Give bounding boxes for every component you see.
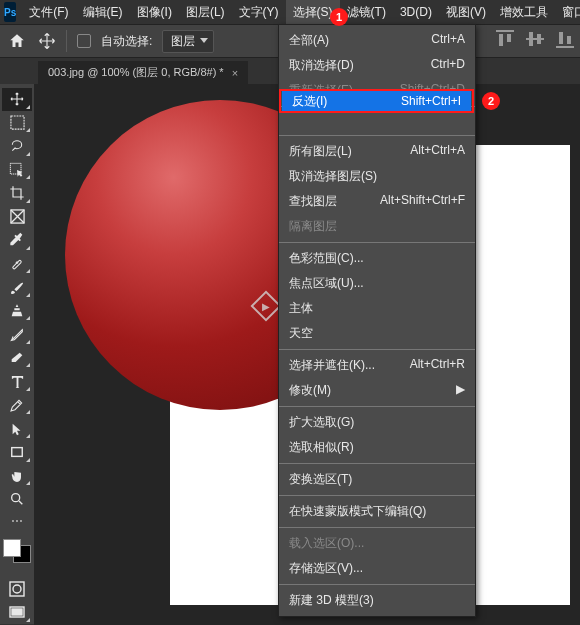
align-top-icon[interactable] <box>496 30 514 48</box>
path-select-tool[interactable] <box>2 417 32 440</box>
menu-item[interactable]: 天空 <box>279 321 475 346</box>
menu-image[interactable]: 图像(I) <box>130 0 179 25</box>
menu-item[interactable]: 存储选区(V)... <box>279 556 475 581</box>
menu-item-inverse-highlight[interactable]: 反选(I) Shift+Ctrl+I <box>282 91 471 111</box>
menu-item[interactable]: 在快速蒙版模式下编辑(Q) <box>279 499 475 524</box>
menu-file[interactable]: 文件(F) <box>22 0 75 25</box>
zoom-tool[interactable] <box>2 488 32 511</box>
menu-separator <box>279 463 475 464</box>
menu-separator <box>279 527 475 528</box>
menu-item-label: 取消选择(D) <box>289 57 354 74</box>
rectangle-tool[interactable] <box>2 441 32 464</box>
color-swatches[interactable] <box>3 539 31 563</box>
menu-edit[interactable]: 编辑(E) <box>76 0 130 25</box>
lasso-tool[interactable] <box>2 135 32 158</box>
menu-item-label: 载入选区(O)... <box>289 535 364 552</box>
menu-separator <box>279 406 475 407</box>
svg-rect-0 <box>496 30 514 32</box>
move-tool[interactable] <box>2 88 32 111</box>
menu-item[interactable]: 扩大选取(G) <box>279 410 475 435</box>
document-tab[interactable]: 003.jpg @ 100% (图层 0, RGB/8#) * × <box>38 61 248 84</box>
menu-item[interactable]: 选取相似(R) <box>279 435 475 460</box>
annotation-badge-1: 1 <box>330 8 348 26</box>
home-icon[interactable] <box>6 30 28 52</box>
svg-rect-7 <box>559 32 563 44</box>
menu-item-shortcut: Ctrl+D <box>431 57 465 74</box>
menu-item-label: 查找图层 <box>289 193 337 210</box>
menu-item-label: 焦点区域(U)... <box>289 275 364 292</box>
menu-3d[interactable]: 3D(D) <box>393 1 439 23</box>
clone-stamp-tool[interactable] <box>2 300 32 323</box>
layer-select[interactable]: 图层 <box>162 30 214 53</box>
menu-item: 载入选区(O)... <box>279 531 475 556</box>
menu-item[interactable]: 修改(M)▶ <box>279 378 475 403</box>
watermark-icon <box>250 290 281 321</box>
svg-point-16 <box>13 585 21 593</box>
divider <box>66 30 67 52</box>
menu-item-inverse-shortcut: Shift+Ctrl+I <box>401 94 461 108</box>
eraser-tool[interactable] <box>2 347 32 370</box>
pen-tool[interactable] <box>2 394 32 417</box>
menu-item-label: 所有图层(L) <box>289 143 352 160</box>
menu-item-label: 选取相似(R) <box>289 439 354 456</box>
menu-view[interactable]: 视图(V) <box>439 0 493 25</box>
hand-tool[interactable] <box>2 465 32 488</box>
history-brush-tool[interactable] <box>2 323 32 346</box>
svg-rect-8 <box>567 36 571 44</box>
menu-item-shortcut: Alt+Ctrl+A <box>410 143 465 160</box>
menu-item-label: 天空 <box>289 325 313 342</box>
edit-toolbar-icon[interactable]: ⋯ <box>11 514 23 528</box>
menu-item-label: 修改(M) <box>289 382 331 399</box>
menu-item-label: 存储选区(V)... <box>289 560 363 577</box>
menu-item-shortcut: ▶ <box>456 382 465 399</box>
align-icons-group <box>496 30 574 48</box>
menu-item-label: 选择并遮住(K)... <box>289 357 375 374</box>
menu-plugins[interactable]: 增效工具 <box>493 0 555 25</box>
foreground-color-swatch[interactable] <box>3 539 21 557</box>
tab-close-icon[interactable]: × <box>232 67 238 79</box>
menu-separator <box>279 584 475 585</box>
healing-brush-tool[interactable] <box>2 253 32 276</box>
quick-mask-tool[interactable] <box>2 578 32 601</box>
align-vcenter-icon[interactable] <box>526 30 544 48</box>
menu-item[interactable]: 焦点区域(U)... <box>279 271 475 296</box>
menu-item[interactable]: 取消选择(D)Ctrl+D <box>279 53 475 78</box>
screen-mode-tool[interactable] <box>2 601 32 624</box>
menu-item[interactable]: 变换选区(T) <box>279 467 475 492</box>
select-menu-dropdown: 全部(A)Ctrl+A取消选择(D)Ctrl+D重新选择(E)Shift+Ctr… <box>278 24 476 617</box>
crop-tool[interactable] <box>2 182 32 205</box>
menu-item[interactable]: 色彩范围(C)... <box>279 246 475 271</box>
menu-item-placeholder <box>279 110 475 132</box>
menu-item[interactable]: 所有图层(L)Alt+Ctrl+A <box>279 139 475 164</box>
menu-type[interactable]: 文字(Y) <box>232 0 286 25</box>
align-bottom-icon[interactable] <box>556 30 574 48</box>
menu-item[interactable]: 主体 <box>279 296 475 321</box>
menu-item-shortcut: Alt+Shift+Ctrl+F <box>380 193 465 210</box>
object-select-tool[interactable] <box>2 159 32 182</box>
menu-item[interactable]: 选择并遮住(K)...Alt+Ctrl+R <box>279 353 475 378</box>
menu-item[interactable]: 取消选择图层(S) <box>279 164 475 189</box>
menu-separator <box>279 242 475 243</box>
svg-rect-2 <box>507 34 511 42</box>
type-tool[interactable] <box>2 370 32 393</box>
svg-rect-9 <box>10 116 23 129</box>
menu-item[interactable]: 新建 3D 模型(3) <box>279 588 475 613</box>
menu-filter[interactable]: 滤镜(T) <box>340 0 393 25</box>
document-tab-title: 003.jpg @ 100% (图层 0, RGB/8#) * <box>48 65 224 80</box>
menu-item-label: 在快速蒙版模式下编辑(Q) <box>289 503 426 520</box>
auto-select-label: 自动选择: <box>101 33 152 50</box>
menu-item[interactable]: 查找图层Alt+Shift+Ctrl+F <box>279 189 475 214</box>
tools-panel: ⋯ <box>0 84 34 624</box>
frame-tool[interactable] <box>2 206 32 229</box>
marquee-tool[interactable] <box>2 112 32 135</box>
menu-item-label: 变换选区(T) <box>289 471 352 488</box>
svg-rect-6 <box>556 46 574 48</box>
eyedropper-tool[interactable] <box>2 229 32 252</box>
menu-layer[interactable]: 图层(L) <box>179 0 232 25</box>
brush-tool[interactable] <box>2 276 32 299</box>
menu-window[interactable]: 窗口(W) <box>555 0 580 25</box>
menu-item-label: 取消选择图层(S) <box>289 168 377 185</box>
svg-rect-13 <box>12 448 23 457</box>
auto-select-checkbox[interactable] <box>77 34 91 48</box>
menu-item[interactable]: 全部(A)Ctrl+A <box>279 28 475 53</box>
